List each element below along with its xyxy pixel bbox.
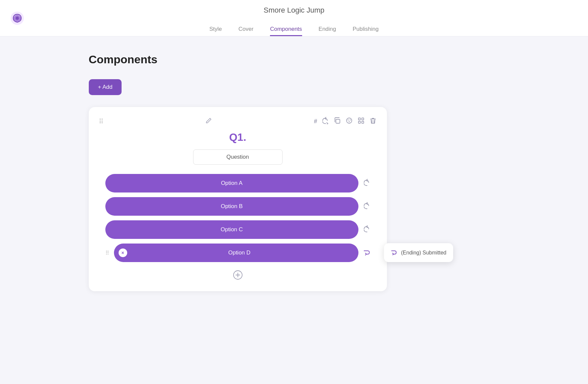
svg-rect-10	[362, 121, 364, 123]
option-row-d: ⠿ × Option D	[105, 244, 370, 262]
option-row-c: Option C	[105, 220, 370, 239]
question-input-wrap	[99, 149, 377, 165]
tooltip-popup: (Ending) Submitted	[384, 243, 453, 262]
tooltip-label: (Ending) Submitted	[401, 250, 447, 256]
svg-rect-9	[358, 121, 360, 123]
option-d-logic-icon[interactable]	[363, 248, 370, 257]
page-title: Components	[89, 53, 500, 66]
trash-icon[interactable]	[369, 117, 377, 126]
svg-rect-2	[336, 119, 340, 123]
option-d-label: Option D	[228, 249, 250, 256]
option-d-button[interactable]: × Option D	[114, 244, 358, 262]
svg-rect-8	[362, 118, 364, 120]
tab-style[interactable]: Style	[209, 26, 222, 36]
logic-jump-icon[interactable]	[322, 117, 329, 126]
header: Smore Logic Jump Style Cover Components …	[0, 0, 588, 36]
option-c-logic-icon[interactable]	[363, 225, 370, 234]
app-title: Smore Logic Jump	[264, 6, 324, 15]
svg-rect-7	[358, 118, 360, 120]
card-tools: #	[314, 117, 377, 126]
add-button[interactable]: + Add	[89, 79, 122, 95]
option-d-close-icon[interactable]: ×	[119, 248, 127, 257]
palette-icon[interactable]	[346, 117, 353, 126]
component-card: ⠿ #	[89, 107, 387, 291]
svg-point-3	[347, 118, 352, 123]
main-nav: Style Cover Components Ending Publishing	[209, 26, 379, 36]
question-label: Q1.	[99, 131, 377, 143]
edit-icon[interactable]	[205, 117, 212, 126]
add-option-button[interactable]	[232, 269, 244, 281]
tooltip-arrow-icon	[391, 248, 397, 257]
option-row-a: Option A	[105, 174, 370, 192]
hash-icon[interactable]: #	[314, 118, 317, 125]
main-content: Components + Add ⠿ #	[62, 36, 526, 308]
add-option-wrap	[99, 269, 377, 281]
option-row-b: Option B	[105, 197, 370, 216]
option-d-drag-handle[interactable]: ⠿	[105, 250, 109, 256]
svg-point-1	[16, 17, 19, 20]
option-a-button[interactable]: Option A	[105, 174, 358, 192]
tab-publishing[interactable]: Publishing	[353, 26, 379, 36]
drag-handle-icon[interactable]: ⠿	[99, 118, 104, 126]
tab-components[interactable]: Components	[270, 26, 302, 36]
card-toolbar: ⠿ #	[99, 117, 377, 126]
option-c-button[interactable]: Option C	[105, 220, 358, 239]
svg-point-6	[349, 121, 350, 122]
svg-point-4	[348, 120, 349, 121]
tab-cover[interactable]: Cover	[239, 26, 253, 36]
copy-icon[interactable]	[334, 117, 341, 126]
option-b-logic-icon[interactable]	[363, 202, 370, 211]
svg-point-5	[350, 120, 351, 121]
question-input[interactable]	[193, 149, 283, 165]
option-b-button[interactable]: Option B	[105, 197, 358, 216]
option-a-logic-icon[interactable]	[363, 179, 370, 188]
grid-icon[interactable]	[357, 117, 365, 126]
options-list: Option A Option B	[99, 174, 377, 262]
logo[interactable]	[10, 11, 25, 26]
tab-ending[interactable]: Ending	[319, 26, 336, 36]
